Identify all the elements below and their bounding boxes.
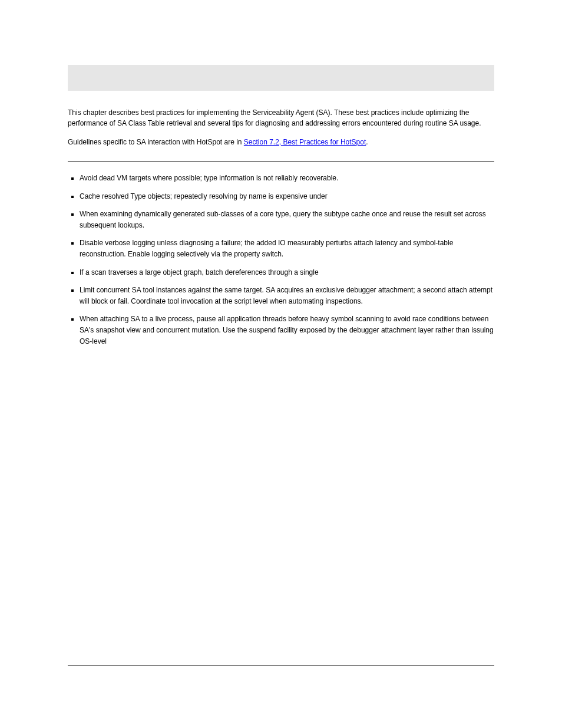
list-item: Cache resolved Type objects; repeatedly … — [80, 191, 494, 202]
list-item: When examining dynamically generated sub… — [80, 209, 494, 230]
section-rule — [68, 162, 494, 162]
footer-rule — [68, 666, 494, 666]
crossref-suffix: . — [366, 138, 368, 146]
header-banner — [68, 65, 494, 91]
crossref-prefix: Guidelines specific to SA interaction wi… — [68, 138, 244, 146]
list-item: When attaching SA to a live process, pau… — [80, 314, 494, 347]
best-practices-list: Avoid dead VM targets where possible; ty… — [68, 173, 494, 347]
crossref-paragraph: Guidelines specific to SA interaction wi… — [68, 137, 494, 147]
list-item: Disable verbose logging unless diagnosin… — [80, 238, 494, 259]
crossref-link[interactable]: Section 7.2, Best Practices for HotSpot — [244, 138, 366, 146]
list-item: Limit concurrent SA tool instances again… — [80, 285, 494, 307]
list-item: If a scan traverses a large object graph… — [80, 267, 494, 278]
intro-paragraph: This chapter describes best practices fo… — [68, 107, 494, 129]
list-item: Avoid dead VM targets where possible; ty… — [80, 173, 494, 184]
